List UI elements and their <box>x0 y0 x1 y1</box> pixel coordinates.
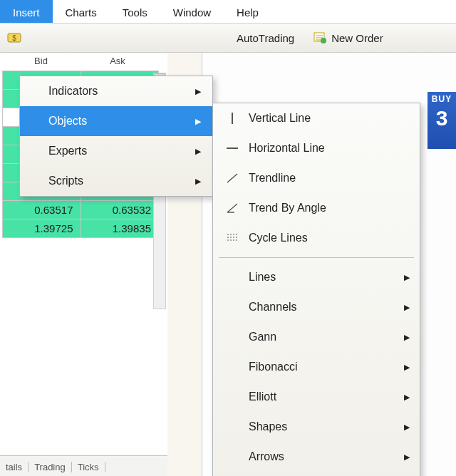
blank-icon <box>223 360 242 374</box>
chevron-right-icon: ▶ <box>404 423 410 432</box>
chevron-right-icon: ▶ <box>195 87 201 96</box>
blank-icon <box>223 420 242 434</box>
chevron-right-icon: ▶ <box>404 363 410 372</box>
submenu-label: Vertical Line <box>249 112 311 125</box>
submenu-fibonacci[interactable]: Fibonacci▶ <box>213 352 420 382</box>
cell-bid: 0.63517 <box>3 201 81 219</box>
submenu-trend-by-angle[interactable]: Trend By Angle <box>213 193 420 223</box>
col-bid: Bid <box>0 56 82 66</box>
client-area: Bid Ask 84.33884.3611.955061.955451.7135… <box>0 53 456 476</box>
submenu-vertical-line[interactable]: Vertical Line <box>213 103 420 133</box>
submenu-gann[interactable]: Gann▶ <box>213 322 420 352</box>
svg-line-6 <box>227 174 237 182</box>
chevron-right-icon: ▶ <box>195 177 201 186</box>
cell-ask: 1.39835 <box>81 219 159 238</box>
dropdown-indicators[interactable]: Indicators ▶ <box>20 76 212 106</box>
submenu-label: Shapes <box>249 420 287 433</box>
dropdown-label: Experts <box>48 145 87 157</box>
svg-text:$: $ <box>12 34 16 42</box>
toolbar-money-button[interactable]: $ <box>1 29 31 46</box>
dropdown-experts[interactable]: Experts ▶ <box>20 136 212 166</box>
chevron-right-icon: ▶ <box>404 452 410 462</box>
new-order-label: New Order <box>331 32 383 44</box>
submenu-label: Trend By Angle <box>249 202 326 214</box>
submenu-label: Horizontal Line <box>249 142 325 155</box>
cell-bid: 1.39725 <box>3 219 81 238</box>
submenu-arrows[interactable]: Arrows▶ <box>213 442 420 472</box>
market-tabs: tails Trading Ticks <box>0 455 167 476</box>
blank-icon <box>223 330 242 344</box>
col-ask: Ask <box>82 56 153 66</box>
dropdown-scripts[interactable]: Scripts ▶ <box>20 166 212 196</box>
submenu-label: Gann <box>249 331 276 343</box>
submenu-elliott[interactable]: Elliott▶ <box>213 382 420 412</box>
angle-icon <box>223 201 242 215</box>
svg-point-3 <box>321 38 326 43</box>
insert-dropdown: Indicators ▶ Objects ▶ Experts ▶ Scripts… <box>19 76 213 197</box>
cycle-icon <box>223 231 242 245</box>
hline-icon <box>223 141 242 155</box>
cell-ask: 0.63532 <box>81 201 159 219</box>
chevron-right-icon: ▶ <box>404 273 410 282</box>
new-order-icon <box>313 31 327 44</box>
dropdown-label: Objects <box>48 115 87 128</box>
blank-icon <box>223 300 242 314</box>
buy-box[interactable]: BUY 3 <box>428 92 456 149</box>
menubar: Insert Charts Tools Window Help <box>0 0 456 24</box>
submenu-shapes[interactable]: Shapes▶ <box>213 412 420 442</box>
submenu-graphical[interactable]: Graphical▶ <box>213 472 420 476</box>
dropdown-objects[interactable]: Objects ▶ <box>20 106 212 136</box>
submenu-label: Arrows <box>249 450 284 463</box>
chevron-right-icon: ▶ <box>404 303 410 312</box>
tab-ticks[interactable]: Ticks <box>72 462 105 472</box>
market-header: Bid Ask <box>0 53 167 71</box>
menu-help[interactable]: Help <box>224 0 271 23</box>
submenu-label: Cycle Lines <box>249 232 308 244</box>
blank-icon <box>223 390 242 404</box>
chevron-right-icon: ▶ <box>404 393 410 402</box>
blank-icon <box>223 450 242 464</box>
separator <box>219 257 414 258</box>
submenu-lines[interactable]: Lines▶ <box>213 262 420 292</box>
blank-icon <box>223 270 242 284</box>
tab-trading[interactable]: Trading <box>28 462 72 472</box>
submenu-label: Lines <box>249 271 276 284</box>
new-order-button[interactable]: New Order <box>307 29 389 46</box>
menu-tools[interactable]: Tools <box>110 0 160 23</box>
table-row[interactable]: 1.397251.39835 <box>3 219 159 238</box>
objects-submenu: Vertical LineHorizontal LineTrendlineTre… <box>212 103 420 476</box>
autotrading-button[interactable]: AutoTrading <box>231 30 300 46</box>
tab-details[interactable]: tails <box>0 462 28 472</box>
buy-big-digit: 3 <box>428 104 456 133</box>
submenu-label: Fibonacci <box>249 361 297 373</box>
submenu-trendline[interactable]: Trendline <box>213 163 420 193</box>
submenu-channels[interactable]: Channels▶ <box>213 292 420 322</box>
chevron-right-icon: ▶ <box>195 117 201 126</box>
chevron-right-icon: ▶ <box>195 147 201 156</box>
submenu-horizontal-line[interactable]: Horizontal Line <box>213 133 420 163</box>
submenu-label: Channels <box>249 301 297 314</box>
toolbar: $ AutoTrading New Order <box>0 24 456 53</box>
buy-label: BUY <box>428 92 456 104</box>
autotrading-label: AutoTrading <box>237 32 294 44</box>
submenu-label: Trendline <box>249 172 296 185</box>
submenu-label: Elliott <box>249 390 276 403</box>
money-icon: $ <box>7 31 21 44</box>
dropdown-label: Indicators <box>48 85 98 98</box>
table-row[interactable]: 0.635170.63532 <box>3 201 159 219</box>
dropdown-label: Scripts <box>48 175 83 187</box>
trend-icon <box>223 171 242 185</box>
menu-window[interactable]: Window <box>160 0 224 23</box>
menu-insert[interactable]: Insert <box>0 0 53 23</box>
menu-charts[interactable]: Charts <box>53 0 110 23</box>
vline-icon <box>223 111 242 125</box>
submenu-cycle-lines[interactable]: Cycle Lines <box>213 223 420 253</box>
chevron-right-icon: ▶ <box>404 333 410 342</box>
